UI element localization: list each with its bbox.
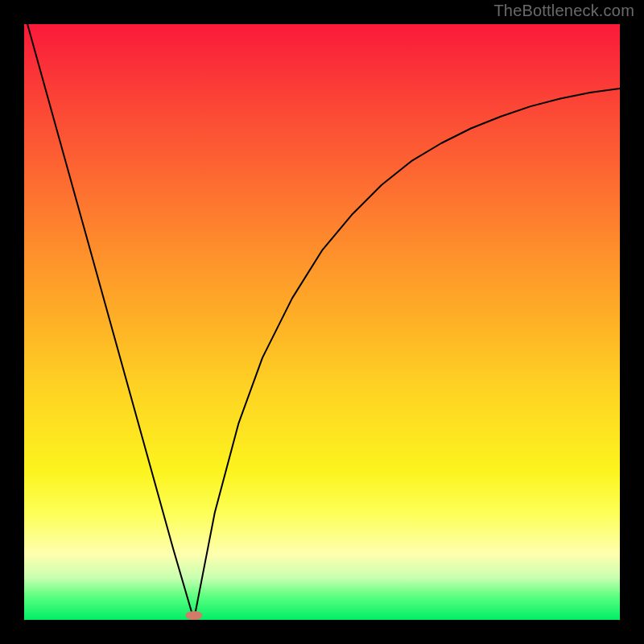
chart-frame: TheBottleneck.com <box>0 0 644 644</box>
minimum-marker <box>186 611 203 620</box>
plot-area <box>24 24 620 620</box>
curve-svg <box>24 24 620 620</box>
bottleneck-curve-left <box>24 12 194 620</box>
bottleneck-curve-right <box>194 89 620 620</box>
watermark-text: TheBottleneck.com <box>493 2 634 20</box>
